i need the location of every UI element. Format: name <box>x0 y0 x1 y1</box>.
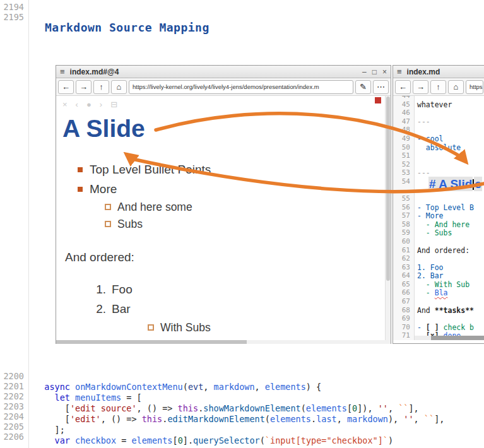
home-button[interactable]: ⌂ <box>448 80 464 94</box>
line-number: 64 <box>393 271 415 280</box>
forward-icon: → <box>416 82 425 91</box>
menu-icon[interactable]: ≡ <box>60 67 65 76</box>
slide-bullet-item: More <box>78 179 211 199</box>
horizontal-scrollbar[interactable] <box>56 340 391 344</box>
ellipsis-icon: ⋯ <box>377 82 385 91</box>
editor-line: 47--- <box>393 117 484 126</box>
forward-icon: → <box>80 82 88 91</box>
edit-button[interactable]: ✎ <box>355 80 371 94</box>
bullet-text: Top Level Bullet Points <box>90 163 211 176</box>
editor-line: 44 <box>393 96 484 100</box>
editor-line: 642. Bar <box>393 271 484 280</box>
ordered-text: With Subs <box>160 321 211 334</box>
ordered-list: 1.Foo2.BarWith Subs <box>65 280 211 336</box>
home-button[interactable]: ⌂ <box>111 80 127 94</box>
source-editor[interactable]: 4445whatever4647---4849- cool50 absolute… <box>393 96 484 340</box>
bullet-icon <box>105 221 111 227</box>
minimize-button[interactable]: – <box>362 66 367 78</box>
slide-bullet-item: Subs <box>78 216 211 233</box>
code-line: async onMarkdownContextMenu(evt, markdow… <box>34 382 444 392</box>
gutter-separator <box>28 0 29 448</box>
bullet-text: Subs <box>117 218 143 230</box>
editor-line: 67 <box>393 297 484 306</box>
home-icon: ⌂ <box>117 82 122 91</box>
close-button[interactable]: × <box>382 66 387 78</box>
line-number: 48 <box>393 126 415 134</box>
up-button[interactable]: ↑ <box>430 80 446 94</box>
scrollbar-thumb[interactable] <box>386 97 390 281</box>
editor-line: 58 - And here <box>393 220 484 229</box>
editor-line: 52 <box>393 160 484 169</box>
outer-code-block[interactable]: async onMarkdownContextMenu(evt, markdow… <box>34 371 444 446</box>
forward-button[interactable]: → <box>76 80 91 94</box>
line-number: 53 <box>393 168 415 177</box>
slide-bullet-item: Top Level Bullet Points <box>78 160 211 179</box>
menu-icon[interactable]: ≡ <box>397 67 402 76</box>
back-button[interactable]: ← <box>395 80 411 94</box>
slide-bullet-list: Top Level Bullet PointsMoreAnd here some… <box>78 160 211 233</box>
window-titlebar[interactable]: ≡ index.md#@4 – □ × <box>56 66 391 78</box>
ordered-item: With Subs <box>65 319 211 336</box>
line-number: 71 <box>393 331 415 340</box>
editor-line: 46 <box>393 109 484 117</box>
more-button[interactable]: ⋯ <box>373 80 389 94</box>
editor-line: 631. Foo <box>393 263 484 272</box>
print-icon[interactable]: ⊟ <box>110 100 117 109</box>
line-number: 50 <box>393 143 415 152</box>
line-number: 68 <box>393 306 415 315</box>
document-heading: Markdown Source Mapping <box>45 21 210 34</box>
url-input[interactable]: https://lively-kernel.org/lively4/lively… <box>129 80 353 94</box>
editor-line: 49- cool <box>393 134 484 143</box>
recording-indicator <box>375 97 381 103</box>
line-number: 44 <box>393 96 415 100</box>
slide-ordered-section: And ordered: 1.Foo2.BarWith Subs <box>65 251 211 336</box>
url-input[interactable]: https <box>466 80 483 94</box>
scrollbar-thumb[interactable] <box>431 336 484 340</box>
line-number: 47 <box>393 117 415 126</box>
prev-slide-icon[interactable]: ‹ <box>76 100 78 109</box>
editor-line: 48 <box>393 126 484 134</box>
ordered-text: Foo <box>112 283 133 296</box>
window-title: index.md <box>407 68 481 76</box>
line-number: 65 <box>393 280 415 289</box>
line-number: 45 <box>393 100 415 109</box>
line-number: 2206 <box>0 432 24 442</box>
editor-line: 68And **tasks** <box>393 306 484 315</box>
window-title: index.md#@4 <box>70 68 357 76</box>
slide-heading: A Slide <box>62 115 145 143</box>
line-number: 49 <box>393 134 415 143</box>
current-slide-icon[interactable]: ● <box>86 100 91 109</box>
window-titlebar[interactable]: ≡ index.md <box>393 66 484 78</box>
editor-gutter-bottom: 2200220122022203220422052206 <box>0 371 24 442</box>
bullet-text: And here some <box>117 201 192 213</box>
forward-button[interactable]: → <box>413 80 428 94</box>
line-number: 2204 <box>0 411 24 421</box>
line-number: 2200 <box>0 371 24 381</box>
horizontal-scrollbar[interactable] <box>415 336 484 340</box>
editor-line: 59 - Subs <box>393 228 484 237</box>
up-icon: ↑ <box>99 82 103 91</box>
line-number: 61 <box>393 246 415 255</box>
bullet-text: More <box>90 182 117 196</box>
line-number: 2195 <box>0 12 24 22</box>
browser-window-source: ≡ index.md ← → ↑ ⌂ https 4445whatever464… <box>393 65 484 344</box>
up-button[interactable]: ↑ <box>93 80 109 94</box>
close-icon[interactable]: × <box>62 100 68 109</box>
ordered-number: 2. <box>93 299 106 319</box>
home-icon: ⌂ <box>454 82 459 91</box>
nav-toolbar: ← → ↑ ⌂ https://lively-kernel.org/lively… <box>56 78 391 96</box>
editor-line: 51 <box>393 151 484 160</box>
up-icon: ↑ <box>436 82 440 91</box>
scrollbar-thumb[interactable] <box>56 340 247 344</box>
editor-line: 53--- <box>393 168 484 177</box>
nav-toolbar: ← → ↑ ⌂ https <box>393 78 484 96</box>
next-slide-icon[interactable]: › <box>100 100 102 109</box>
editor-line: 50 absolute <box>393 143 484 152</box>
back-button[interactable]: ← <box>58 80 74 94</box>
vertical-scrollbar[interactable] <box>385 96 391 340</box>
slide-content[interactable]: ×‹●›⊟ A Slide Top Level Bullet PointsMor… <box>56 96 391 340</box>
editor-line: 57- More <box>393 211 484 220</box>
editor-line: 66 - Bla <box>393 288 484 297</box>
screenshot-figure: ≡ index.md#@4 – □ × ← → ↑ ⌂ https://live… <box>54 65 484 344</box>
maximize-button[interactable]: □ <box>372 66 377 78</box>
